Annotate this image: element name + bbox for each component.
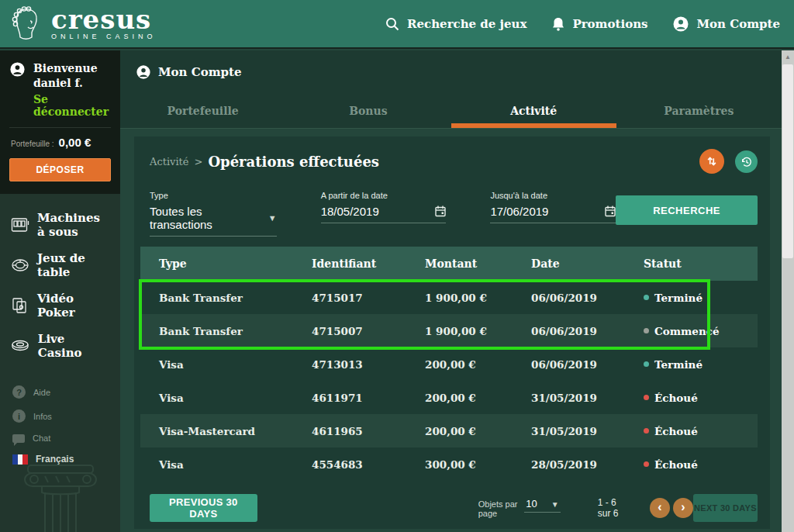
history-clock-icon: [740, 156, 753, 168]
per-page-select[interactable]: Objets par page 10 ▼: [478, 498, 561, 518]
column-illustration: [14, 459, 107, 532]
prev-page-button[interactable]: ‹: [650, 498, 670, 518]
search-submit-button[interactable]: RECHERCHE: [616, 195, 758, 225]
account-page-title: Mon Compte: [158, 65, 242, 79]
previous-30-days-button[interactable]: PREVIOUS 30 DAYS: [150, 494, 257, 522]
cell-statut: Échoué: [644, 425, 758, 437]
sidebar-item-live-casino[interactable]: Live Casino: [0, 326, 120, 366]
table-row: Visa-Mastercard 4611965 200,00 € 31/05/2…: [140, 414, 758, 447]
calendar-icon: [435, 206, 446, 217]
info-icon: i: [12, 409, 26, 423]
from-date-input[interactable]: 18/05/2019: [321, 205, 447, 223]
table-row: Visa 4713013 200,00 € 06/06/2019 Terminé: [140, 347, 758, 381]
sort-arrows-icon: [705, 154, 719, 168]
history-button[interactable]: [735, 150, 758, 173]
slot-machine-icon: [11, 217, 29, 233]
account-title-icon: [136, 64, 151, 80]
wallet-label: Portefeuille :: [11, 140, 54, 148]
brand-subtitle: ONLINE CASINO: [51, 33, 157, 40]
status-dot: [644, 428, 649, 434]
col-statut: Statut: [644, 257, 758, 270]
status-dot: [644, 328, 649, 333]
activity-panel: Activité > Opérations effectuées: [134, 136, 770, 529]
scroll-up-arrow[interactable]: ▲: [782, 50, 794, 64]
my-account-link[interactable]: Mon Compte: [672, 16, 780, 33]
tab-parametres[interactable]: Paramètres: [616, 94, 782, 128]
status-dot: [644, 295, 649, 300]
bell-icon: [551, 16, 565, 32]
sidebar-item-help[interactable]: ? Aide: [0, 380, 120, 404]
filter-bar: Type Toutes les transactions ▼ A partir …: [150, 191, 758, 237]
account-tabs: Portefeuille Bonus Activité Paramètres: [120, 94, 782, 128]
cell-identifiant: 4554683: [312, 458, 425, 471]
table-row: Visa 4611971 200,00 € 31/05/2019 Échoué: [140, 381, 758, 414]
promotions-link[interactable]: Promotions: [551, 16, 647, 32]
sidebar-item-slots[interactable]: Machines à sous: [0, 205, 120, 245]
type-filter-select[interactable]: Toutes les transactions ▼: [150, 205, 277, 237]
scrollbar-thumb[interactable]: [782, 64, 793, 258]
cell-type: Visa-Mastercard: [159, 425, 312, 437]
table-header: Type Identifiant Montant Date Statut: [140, 247, 758, 281]
cell-date: 31/05/2019: [531, 392, 644, 404]
help-icon: ?: [12, 385, 26, 399]
cell-identifiant: 4715017: [312, 292, 425, 304]
cell-identifiant: 4713013: [312, 358, 425, 371]
top-header: cresus ONLINE CASINO Recherche de jeux P…: [0, 0, 794, 49]
brand-logo[interactable]: cresus ONLINE CASINO: [9, 5, 157, 43]
table-row: Bank Transfer 4715007 1 900,00 € 06/06/2…: [140, 314, 758, 347]
cell-identifiant: 4611965: [312, 425, 425, 437]
account-topbar: Mon Compte Portefeuille Bonus Activité P…: [120, 50, 782, 129]
brand-name: cresus: [51, 8, 157, 31]
col-montant: Montant: [425, 257, 531, 270]
sidebar-menu: Machines à sous Jeux de table Vidéo Po: [0, 194, 120, 366]
cell-montant: 200,00 €: [425, 358, 531, 371]
cell-type: Bank Transfer: [159, 292, 312, 304]
breadcrumb-parent[interactable]: Activité: [150, 156, 188, 168]
cell-type: Visa: [159, 392, 312, 404]
vertical-scrollbar[interactable]: ▲: [782, 50, 794, 532]
status-dot: [644, 395, 649, 400]
status-label: Échoué: [654, 458, 698, 471]
cell-statut: Terminé: [644, 292, 758, 304]
logout-link[interactable]: Se déconnecter: [33, 93, 111, 118]
sidebar-item-video-poker[interactable]: Vidéo Poker: [0, 285, 120, 326]
tab-portefeuille[interactable]: Portefeuille: [120, 94, 285, 128]
transactions-table: Type Identifiant Montant Date Statut Ban…: [140, 247, 758, 481]
table-row: Visa 4554683 300,00 € 28/05/2019 Échoué: [140, 447, 758, 481]
avatar: [9, 61, 26, 118]
sidebar-item-table-games[interactable]: Jeux de table: [0, 245, 120, 285]
cell-montant: 200,00 €: [425, 392, 531, 404]
game-search-link[interactable]: Recherche de jeux: [385, 16, 526, 32]
next-page-button[interactable]: ›: [673, 498, 693, 518]
cards-icon: [11, 297, 29, 314]
cell-statut: Terminé: [644, 358, 758, 371]
next-30-days-button[interactable]: NEXT 30 DAYS: [693, 494, 758, 522]
cell-identifiant: 4611971: [312, 392, 425, 404]
table-row: Bank Transfer 4715017 1 900,00 € 06/06/2…: [140, 281, 758, 314]
col-type: Type: [159, 257, 312, 270]
pagination-range: 1 - 6 sur 6: [598, 497, 631, 519]
to-date-label: Jusqu'à la date: [490, 191, 616, 200]
cell-statut: Échoué: [644, 458, 758, 471]
cell-montant: 300,00 €: [425, 458, 531, 471]
to-date-input[interactable]: 17/06/2019: [490, 205, 616, 223]
page-title: Opérations effectuées: [208, 154, 379, 170]
status-dot: [644, 361, 649, 367]
cell-date: 31/05/2019: [531, 425, 644, 437]
status-label: Échoué: [654, 425, 698, 437]
cell-type: Visa: [159, 358, 312, 371]
sort-button[interactable]: [699, 149, 724, 174]
cell-montant: 1 900,00 €: [425, 292, 531, 304]
pagination-bar: PREVIOUS 30 DAYS Objets par page 10 ▼ 1 …: [150, 493, 758, 523]
main-content: Mon Compte Portefeuille Bonus Activité P…: [120, 50, 782, 532]
cell-montant: 1 900,00 €: [425, 325, 531, 337]
chevron-down-icon: ▼: [540, 500, 561, 513]
tab-activite[interactable]: Activité: [451, 94, 616, 128]
sidebar-item-infos[interactable]: i Infos: [0, 404, 120, 428]
deposit-button[interactable]: DÉPOSER: [9, 158, 111, 181]
from-date-label: A partir de la date: [321, 191, 447, 200]
cell-type: Bank Transfer: [159, 325, 312, 337]
cell-type: Visa: [159, 458, 312, 471]
tab-bonus[interactable]: Bonus: [285, 94, 451, 128]
sidebar-item-chat[interactable]: Chat: [0, 428, 120, 448]
